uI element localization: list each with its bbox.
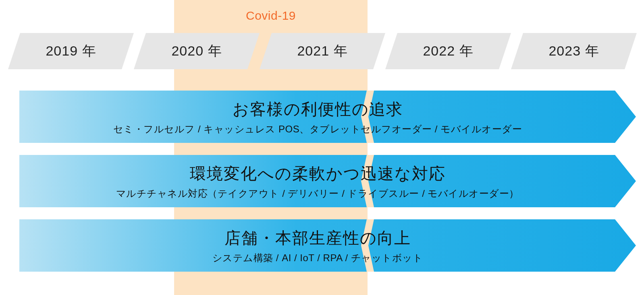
arrow-title: 店舗・本部生産性の向上 xyxy=(224,227,411,249)
timeline-years-row: 2019 年 2020 年 2021 年 2022 年 xyxy=(8,33,637,69)
year-label: 2021 年 xyxy=(260,33,385,69)
roadmap-arrow-1: お客様の利便性の追求 セミ・フルセルフ / キャッシュレス POS、タブレットセ… xyxy=(19,91,636,143)
year-label: 2019 年 xyxy=(8,33,134,69)
year-label: 2020 年 xyxy=(134,33,260,69)
year-cell: 2022 年 xyxy=(385,33,511,69)
year-label: 2022 年 xyxy=(385,33,511,69)
arrows-container: お客様の利便性の追求 セミ・フルセルフ / キャッシュレス POS、タブレットセ… xyxy=(19,91,636,284)
year-label: 2023 年 xyxy=(511,33,637,69)
arrow-subtitle: システム構築 / AI / IoT / RPA / チャットボット xyxy=(212,252,423,264)
year-cell: 2020 年 xyxy=(134,33,260,69)
arrow-title: お客様の利便性の追求 xyxy=(233,98,403,120)
year-cell: 2019 年 xyxy=(8,33,134,69)
year-cell: 2021 年 xyxy=(260,33,385,69)
arrow-subtitle: マルチチャネル対応（テイクアウト / デリバリー / ドライブスルー / モバイ… xyxy=(116,187,519,200)
arrow-content: 環境変化への柔軟かつ迅速な対応 マルチチャネル対応（テイクアウト / デリバリー… xyxy=(19,155,636,207)
year-cell: 2023 年 xyxy=(511,33,637,69)
covid-label: Covid-19 xyxy=(174,9,368,23)
arrow-title: 環境変化への柔軟かつ迅速な対応 xyxy=(190,163,446,185)
roadmap-arrow-2: 環境変化への柔軟かつ迅速な対応 マルチチャネル対応（テイクアウト / デリバリー… xyxy=(19,155,636,207)
arrow-subtitle: セミ・フルセルフ / キャッシュレス POS、タブレットセルフオーダー / モバ… xyxy=(113,123,522,136)
arrow-content: お客様の利便性の追求 セミ・フルセルフ / キャッシュレス POS、タブレットセ… xyxy=(19,91,636,143)
roadmap-arrow-3: 店舗・本部生産性の向上 システム構築 / AI / IoT / RPA / チャ… xyxy=(19,219,636,272)
arrow-content: 店舗・本部生産性の向上 システム構築 / AI / IoT / RPA / チャ… xyxy=(19,219,636,272)
